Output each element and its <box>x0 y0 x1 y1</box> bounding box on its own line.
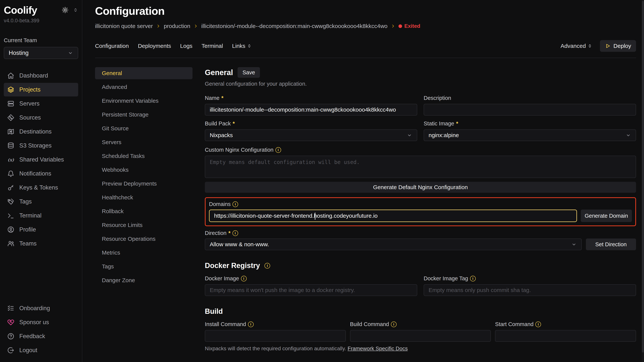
subnav-item-danger-zone[interactable]: Danger Zone <box>95 274 192 286</box>
theme-toggle-sun-icon[interactable] <box>62 6 69 14</box>
chevron-right-icon <box>390 24 396 28</box>
subnav-item-resource-limits[interactable]: Resource Limits <box>95 219 192 231</box>
sidebar-item-notifications[interactable]: Notifications <box>4 167 78 180</box>
sidebar-item-logout[interactable]: Logout <box>4 344 78 357</box>
tab-configuration[interactable]: Configuration <box>95 43 129 49</box>
generate-domain-button[interactable]: Generate Domain <box>581 210 632 222</box>
static-image-field: Static Image * nginx:alpine <box>424 120 636 141</box>
description-input[interactable] <box>424 104 636 116</box>
chevrons-up-down-icon[interactable] <box>73 7 78 13</box>
app-logo[interactable]: Coolify <box>4 4 37 16</box>
breadcrumb-item[interactable]: production <box>164 23 190 29</box>
sidebar-item-sponsor-us[interactable]: Sponsor us <box>4 316 78 329</box>
terminal-icon <box>7 212 14 219</box>
sidebar-item-label: Feedback <box>19 333 45 340</box>
info-icon[interactable]: i <box>232 230 238 236</box>
subnav-item-tags[interactable]: Tags <box>95 260 192 273</box>
info-icon[interactable]: i <box>470 276 476 281</box>
subnav-item-preview-deployments[interactable]: Preview Deployments <box>95 178 192 190</box>
sidebar-item-onboarding[interactable]: Onboarding <box>4 302 78 315</box>
sidebar-item-label: Profile <box>19 226 36 233</box>
subnav-item-git-source[interactable]: Git Source <box>95 122 192 134</box>
chevrons-up-down-icon <box>247 43 252 48</box>
play-icon <box>605 43 610 49</box>
team-select[interactable]: Hosting <box>4 47 78 59</box>
sidebar-footer: OnboardingSponsor usFeedbackLogout <box>4 301 78 358</box>
sidebar-item-sources[interactable]: Sources <box>4 111 78 124</box>
sidebar-item-profile[interactable]: Profile <box>4 223 78 236</box>
name-input[interactable] <box>205 104 417 116</box>
static-image-value: nginx:alpine <box>428 132 459 138</box>
sidebar-item-terminal[interactable]: Terminal <box>4 209 78 222</box>
subnav-item-general[interactable]: General <box>95 67 192 79</box>
tab-links[interactable]: Links <box>232 43 252 49</box>
subnav-item-servers[interactable]: Servers <box>95 136 192 148</box>
docker-image-tag-input[interactable] <box>424 284 636 296</box>
sidebar-item-projects[interactable]: Projects <box>4 83 78 96</box>
tab-logs[interactable]: Logs <box>180 43 192 49</box>
scrollbar-thumb[interactable] <box>642 1 644 353</box>
subnav-item-environment-variables[interactable]: Environment Variables <box>95 95 192 107</box>
subnav-item-persistent-storage[interactable]: Persistent Storage <box>95 109 192 121</box>
info-icon[interactable]: i <box>276 147 281 153</box>
sidebar-item-label: Tags <box>19 198 32 205</box>
start-command-input[interactable] <box>495 330 636 342</box>
deploy-button[interactable]: Deploy <box>600 40 636 52</box>
deploy-label: Deploy <box>614 43 631 49</box>
breadcrumb-item[interactable]: illicitestonion/-module--decomposition:m… <box>201 23 388 29</box>
sidebar-item-destinations[interactable]: Destinations <box>4 125 78 138</box>
info-icon[interactable]: i <box>241 276 247 281</box>
subnav-item-webhooks[interactable]: Webhooks <box>95 164 192 176</box>
set-direction-button[interactable]: Set Direction <box>586 239 636 250</box>
build-pack-select[interactable]: Nixpacks <box>205 129 417 141</box>
install-command-input[interactable] <box>205 330 346 342</box>
subnav-item-scheduled-tasks[interactable]: Scheduled Tasks <box>95 150 192 162</box>
sidebar-item-label: Teams <box>19 240 36 247</box>
scrollbar[interactable] <box>642 0 644 362</box>
subnav-item-healthcheck[interactable]: Healthcheck <box>95 191 192 204</box>
users-icon <box>7 240 14 247</box>
status-dot <box>398 24 402 28</box>
docker-image-input[interactable] <box>205 284 417 296</box>
direction-select[interactable]: Allow www & non-www. <box>205 239 582 250</box>
docker-image-field: Docker Image i <box>205 275 417 296</box>
sidebar-item-dashboard[interactable]: Dashboard <box>4 69 78 82</box>
info-icon[interactable]: i <box>535 322 541 327</box>
tab-deployments[interactable]: Deployments <box>138 43 171 49</box>
subnav-item-advanced[interactable]: Advanced <box>95 81 192 93</box>
svg-text:(x): (x) <box>8 157 14 162</box>
tab-terminal[interactable]: Terminal <box>202 43 223 49</box>
checklist-icon <box>7 305 14 312</box>
info-icon[interactable]: i <box>248 322 254 327</box>
sidebar-item-s3-storages[interactable]: S3 Storages <box>4 139 78 152</box>
sidebar-item-shared-variables[interactable]: (x)Shared Variables <box>4 153 78 166</box>
info-icon[interactable]: i <box>232 201 238 207</box>
sidebar-item-tags[interactable]: Tags <box>4 195 78 208</box>
general-form: General Save General configuration for y… <box>205 67 636 362</box>
build-command-field: Build Command i <box>350 321 491 342</box>
subnav-item-resource-operations[interactable]: Resource Operations <box>95 233 192 245</box>
framework-docs-link[interactable]: Framework Specific Docs <box>348 346 408 352</box>
variables-icon: (x) <box>7 156 14 163</box>
nginx-config-textarea[interactable] <box>205 156 636 178</box>
generate-nginx-button[interactable]: Generate Default Nginx Configuration <box>205 182 636 193</box>
domains-input[interactable]: https://illicitonion-quote-server-fronte… <box>209 210 577 222</box>
help-icon <box>7 333 14 340</box>
sidebar-item-teams[interactable]: Teams <box>4 237 78 250</box>
sidebar-item-feedback[interactable]: Feedback <box>4 330 78 343</box>
sidebar-item-keys-tokens[interactable]: Keys & Tokens <box>4 181 78 194</box>
domains-label: Domains <box>209 201 230 207</box>
static-image-label: Static Image <box>424 120 454 127</box>
sidebar-item-servers[interactable]: Servers <box>4 97 78 110</box>
info-icon[interactable]: i <box>391 322 396 327</box>
save-button[interactable]: Save <box>238 67 260 78</box>
advanced-toggle[interactable]: Advanced <box>560 43 592 49</box>
info-icon[interactable]: i <box>264 263 270 269</box>
subnav-item-metrics[interactable]: Metrics <box>95 247 192 259</box>
required-asterisk: * <box>456 120 458 127</box>
subnav-item-rollback[interactable]: Rollback <box>95 205 192 217</box>
build-command-input[interactable] <box>350 330 491 342</box>
breadcrumb-item[interactable]: illicitonion quote server <box>95 23 153 29</box>
static-image-select[interactable]: nginx:alpine <box>424 129 636 141</box>
sidebar-item-label: Sponsor us <box>19 319 49 326</box>
